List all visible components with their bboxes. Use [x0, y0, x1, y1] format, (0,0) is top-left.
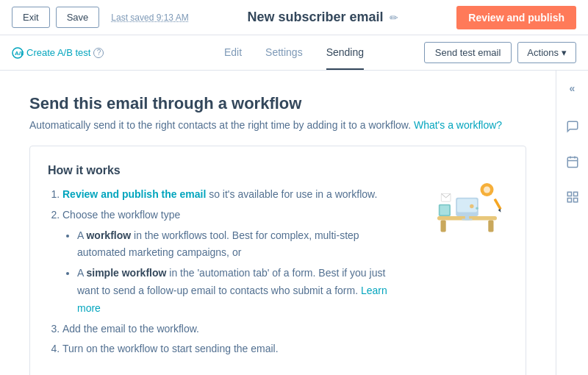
calendar-icon [566, 155, 579, 168]
review-publish-link[interactable]: Review and publish the email [62, 188, 206, 200]
save-button[interactable]: Save [56, 7, 100, 28]
review-publish-button[interactable]: Review and publish [456, 6, 576, 29]
collapse-sidebar-button[interactable]: « [561, 76, 584, 100]
chat-icon [566, 120, 579, 133]
grid-icon-button[interactable] [561, 185, 584, 209]
svg-point-15 [476, 207, 478, 210]
ab-info-icon[interactable]: ? [93, 48, 104, 58]
ab-test-icon: A/B [12, 47, 24, 59]
how-it-works-content: How it works Review and publish the emai… [48, 164, 402, 361]
svg-rect-8 [462, 219, 472, 221]
create-ab-test[interactable]: A/B Create A/B test ? [12, 47, 104, 59]
learn-more-link[interactable]: Learn more [77, 285, 387, 314]
layout: Send this email through a workflow Autom… [0, 71, 588, 375]
sub-bar-right: Send test email Actions ▾ [424, 42, 576, 63]
page-subtitle: Automatically send it to the right conta… [29, 119, 526, 131]
email-title: New subscriber email [247, 10, 383, 25]
sub-bar: A/B Create A/B test ? Edit Settings Send… [0, 35, 588, 71]
steps-list: Review and publish the email so it's ava… [48, 186, 402, 358]
svg-rect-23 [573, 192, 577, 196]
svg-rect-25 [573, 199, 577, 202]
chevron-down-icon: ▾ [562, 47, 567, 58]
step-2-text: Choose the workflow type [62, 209, 180, 221]
step-4: Turn on the workflow to start sending th… [62, 340, 402, 358]
sub-item-1: A workflow in the workflows tool. Best f… [77, 227, 402, 262]
calendar-icon-button[interactable] [561, 150, 584, 174]
sub-item-2: A simple workflow in the 'automation tab… [77, 265, 402, 317]
top-bar-right: Review and publish [456, 6, 576, 29]
exit-button[interactable]: Exit [12, 7, 50, 28]
step-1-text: so it's available for use in a workflow. [209, 188, 377, 200]
svg-point-14 [470, 204, 473, 208]
svg-text:A/B: A/B [15, 50, 24, 57]
page-title: Send this email through a workflow [29, 94, 526, 113]
svg-point-10 [484, 187, 490, 193]
svg-rect-24 [567, 199, 571, 202]
tab-settings[interactable]: Settings [265, 36, 303, 70]
chat-icon-button[interactable] [561, 115, 584, 138]
svg-rect-12 [440, 206, 450, 215]
actions-button[interactable]: Actions ▾ [517, 42, 576, 63]
grid-icon [566, 190, 579, 204]
chevron-left-icon: « [570, 82, 576, 94]
whats-workflow-link[interactable]: What's a workflow? [414, 119, 502, 131]
svg-rect-22 [567, 192, 571, 196]
send-test-email-button[interactable]: Send test email [424, 42, 512, 63]
svg-rect-3 [441, 220, 446, 232]
sub-bullets: A workflow in the workflows tool. Best f… [62, 227, 402, 318]
how-it-works-title: How it works [48, 164, 402, 177]
svg-rect-16 [494, 199, 502, 210]
pencil-icon[interactable]: ✏ [390, 12, 398, 24]
create-ab-label: Create A/B test [26, 47, 90, 58]
step-2: Choose the workflow type A workflow in t… [62, 207, 402, 318]
workflow-illustration [420, 164, 508, 361]
illustration-svg [423, 170, 504, 236]
svg-marker-17 [498, 209, 502, 213]
how-it-works-box: How it works Review and publish the emai… [29, 146, 526, 375]
main-content: Send this email through a workflow Autom… [0, 71, 556, 375]
right-sidebar: « [556, 71, 588, 375]
subtitle-text: Automatically send it to the right conta… [29, 119, 411, 131]
svg-rect-6 [457, 199, 477, 213]
tab-edit[interactable]: Edit [224, 36, 242, 70]
step-3: Add the email to the workflow. [62, 321, 402, 338]
svg-rect-4 [488, 220, 493, 232]
step-1: Review and publish the email so it's ava… [62, 186, 402, 204]
top-bar-left: Exit Save Last saved 9:13 AM [12, 7, 189, 28]
svg-rect-18 [567, 157, 578, 168]
tabs: Edit Settings Sending [224, 36, 364, 70]
top-bar-center: New subscriber email ✏ [189, 10, 457, 25]
last-saved-text: Last saved 9:13 AM [111, 12, 188, 23]
actions-label: Actions [527, 47, 559, 58]
top-bar: Exit Save Last saved 9:13 AM New subscri… [0, 0, 588, 35]
tab-sending[interactable]: Sending [326, 36, 364, 70]
